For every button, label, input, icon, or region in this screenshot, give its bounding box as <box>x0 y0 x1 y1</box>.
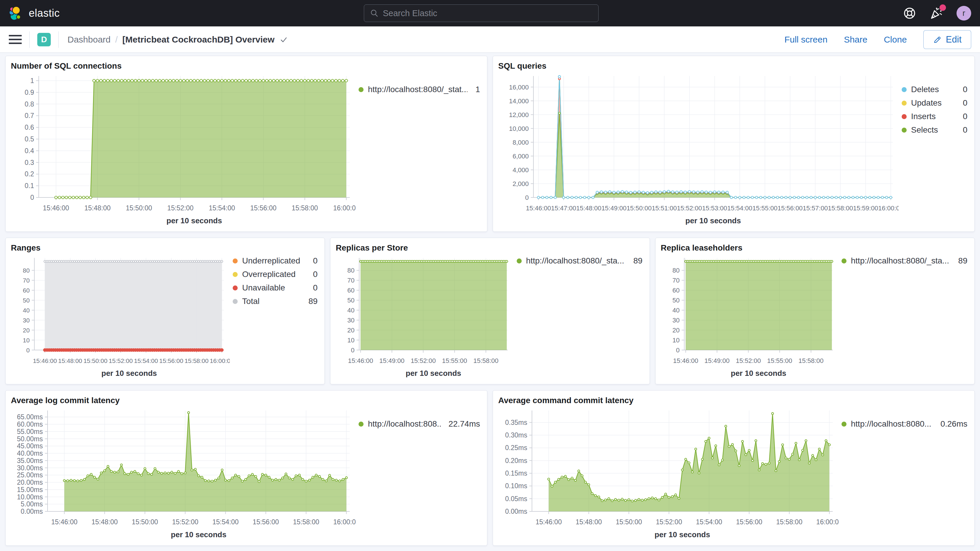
svg-text:30: 30 <box>23 317 30 323</box>
legend-item[interactable]: Updates0 <box>902 98 967 108</box>
svg-text:15:46:00: 15:46:00 <box>348 357 373 365</box>
legend-item[interactable]: Total89 <box>233 297 318 306</box>
svg-text:per 10 seconds: per 10 seconds <box>686 216 741 225</box>
legend-item[interactable]: Overreplicated0 <box>233 270 318 279</box>
svg-text:0: 0 <box>676 347 679 354</box>
legend-label: Underreplicated <box>242 256 305 266</box>
ranges-chart[interactable]: 8070605040302010015:46:0015:48:0015:50:0… <box>11 253 230 382</box>
legend-item[interactable]: http://localhost:8080/_sta...89 <box>517 256 643 266</box>
legend-item[interactable]: Unavailable0 <box>233 283 318 293</box>
panel-command-commit-latency: Average command commit latency 0.35ms0.3… <box>493 390 975 546</box>
svg-text:10,000: 10,000 <box>509 125 529 132</box>
svg-text:15:52:00: 15:52:00 <box>411 357 436 365</box>
legend-label: Unavailable <box>242 283 305 293</box>
svg-text:20.00ms: 20.00ms <box>17 479 43 486</box>
user-avatar[interactable]: r <box>956 6 971 21</box>
legend-label: http://localhost:8080/_sta... <box>526 256 625 266</box>
svg-text:0.2: 0.2 <box>25 170 34 178</box>
svg-text:15:56:00: 15:56:00 <box>159 357 183 364</box>
panel-ranges: Ranges 8070605040302010015:46:0015:48:00… <box>5 238 325 384</box>
legend-item[interactable]: http://localhost:8080/_stat...1 <box>358 85 480 94</box>
search-input[interactable] <box>383 8 592 18</box>
replicas-per-store-chart[interactable]: 8070605040302010015:46:0015:49:0015:52:0… <box>336 253 514 382</box>
page-title: [Metricbeat CockroachDB] Overview <box>123 35 275 45</box>
sql-connections-chart[interactable]: 10.90.80.70.60.50.40.30.20.1015:46:0015:… <box>11 71 356 229</box>
svg-text:0.30ms: 0.30ms <box>505 431 527 439</box>
svg-text:15:46:00: 15:46:00 <box>51 518 78 526</box>
sql-queries-chart[interactable]: 16,00014,00012,00010,0008,0006,0004,0002… <box>498 71 899 229</box>
command-commit-latency-chart[interactable]: 0.35ms0.30ms0.25ms0.20ms0.15ms0.10ms0.05… <box>498 406 838 543</box>
svg-text:30: 30 <box>672 317 679 324</box>
svg-text:0.35ms: 0.35ms <box>505 419 527 426</box>
replica-leaseholders-chart[interactable]: 8070605040302010015:46:0015:49:0015:52:0… <box>661 253 838 382</box>
svg-text:4,000: 4,000 <box>512 166 529 174</box>
svg-text:15:56:00: 15:56:00 <box>778 204 803 212</box>
panel-log-commit-latency: Average log commit latency 65.00ms60.00m… <box>5 390 487 546</box>
legend-item[interactable]: http://localhost:8080/_sta...89 <box>842 256 967 266</box>
breadcrumb-dashboard[interactable]: Dashboard <box>67 35 111 45</box>
svg-text:20: 20 <box>347 326 355 334</box>
svg-text:6,000: 6,000 <box>512 153 529 160</box>
svg-text:15:58:00: 15:58:00 <box>474 357 499 365</box>
svg-text:15:54:00: 15:54:00 <box>696 518 722 526</box>
divider <box>29 32 30 48</box>
edit-button[interactable]: Edit <box>923 30 971 49</box>
share-link[interactable]: Share <box>844 35 867 45</box>
svg-text:80: 80 <box>23 267 30 274</box>
legend-item[interactable]: Underreplicated0 <box>233 256 318 266</box>
legend-item[interactable]: Deletes0 <box>902 85 967 94</box>
legend-value: 1 <box>475 85 480 94</box>
panel-title: Average command commit latency <box>498 396 969 405</box>
help-button[interactable] <box>902 6 916 20</box>
svg-text:40: 40 <box>672 307 679 314</box>
panel-replicas-per-store: Replicas per Store 8070605040302010015:4… <box>330 238 650 384</box>
svg-text:15:49:00: 15:49:00 <box>379 357 405 365</box>
clone-link[interactable]: Clone <box>884 35 907 45</box>
svg-text:15:55:00: 15:55:00 <box>767 357 792 365</box>
legend-item[interactable]: http://localhost:808...22.74ms <box>358 419 480 428</box>
legend-dot-icon <box>233 299 238 304</box>
newsfeed-button[interactable] <box>929 6 943 20</box>
svg-text:80: 80 <box>672 267 679 274</box>
svg-text:16:00:00: 16:00:00 <box>210 357 230 364</box>
menu-button[interactable] <box>9 33 22 46</box>
panel-title: SQL queries <box>498 61 969 71</box>
svg-text:15:46:00: 15:46:00 <box>526 204 551 212</box>
svg-text:15:48:00: 15:48:00 <box>92 518 118 526</box>
legend-item[interactable]: Selects0 <box>902 125 967 135</box>
svg-text:2,000: 2,000 <box>512 180 529 188</box>
svg-text:15:48:00: 15:48:00 <box>58 357 82 364</box>
chart-legend: http://localhost:808...22.74ms <box>356 406 482 543</box>
panel-sql-queries: SQL queries 16,00014,00012,00010,0008,00… <box>493 56 975 232</box>
panel-title: Ranges <box>11 243 319 253</box>
legend-dot-icon <box>902 87 907 92</box>
global-header: elastic <box>0 0 980 26</box>
svg-text:15:52:00: 15:52:00 <box>167 204 194 212</box>
legend-label: Overreplicated <box>242 270 305 279</box>
chart-legend: Underreplicated0Overreplicated0Unavailab… <box>230 253 319 382</box>
legend-label: Selects <box>911 125 955 135</box>
legend-label: Updates <box>911 98 955 108</box>
check-icon[interactable] <box>279 35 288 44</box>
svg-text:15:50:00: 15:50:00 <box>616 518 642 526</box>
svg-text:16:00:00: 16:00:00 <box>878 204 899 212</box>
svg-text:10: 10 <box>23 337 30 344</box>
svg-text:15:57:00: 15:57:00 <box>803 204 828 212</box>
svg-text:15:56:00: 15:56:00 <box>250 204 277 212</box>
svg-text:15:58:00: 15:58:00 <box>776 518 802 526</box>
legend-value: 0 <box>313 283 318 293</box>
svg-text:15:50:00: 15:50:00 <box>627 204 652 212</box>
log-commit-latency-chart[interactable]: 65.00ms60.00ms55.00ms50.00ms45.00ms40.00… <box>11 406 356 543</box>
svg-text:40: 40 <box>23 307 30 314</box>
dashboard-badge[interactable]: D <box>37 33 51 46</box>
legend-value: 0 <box>313 270 318 279</box>
svg-text:15:54:00: 15:54:00 <box>212 518 239 526</box>
legend-item[interactable]: Inserts0 <box>902 112 967 121</box>
svg-text:0: 0 <box>30 194 34 201</box>
elastic-logo[interactable]: elastic <box>9 6 60 21</box>
svg-text:60: 60 <box>23 287 30 294</box>
legend-label: http://localhost:8080/_sta... <box>851 256 950 266</box>
fullscreen-link[interactable]: Full screen <box>784 35 827 45</box>
legend-item[interactable]: http://localhost:8080...0.26ms <box>842 419 967 428</box>
global-search[interactable] <box>364 5 598 22</box>
